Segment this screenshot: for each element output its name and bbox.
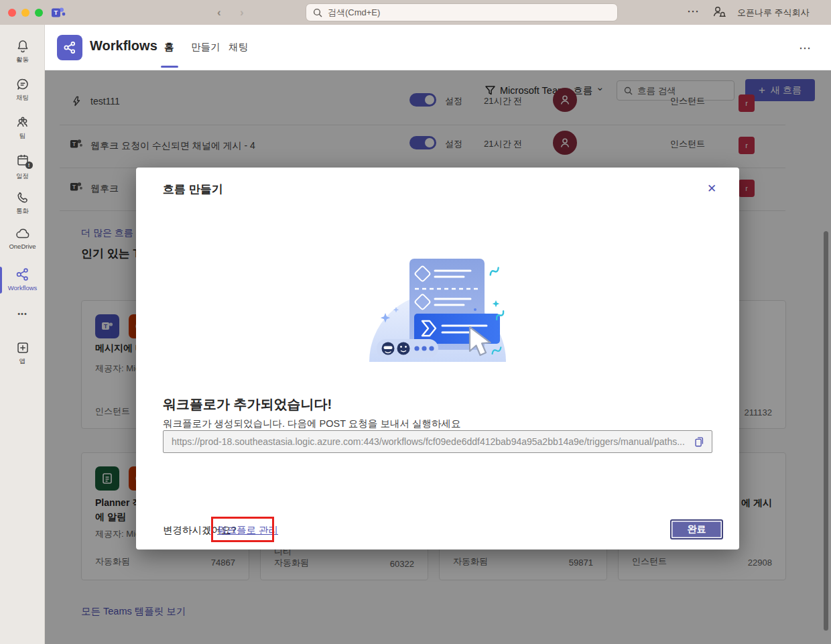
sidebar-label: 일정	[0, 172, 45, 181]
notification-settings-icon[interactable]	[712, 5, 726, 19]
workflow-url-input[interactable]	[172, 436, 692, 447]
tab-home[interactable]: 홈	[164, 41, 174, 54]
cloud-icon	[0, 227, 45, 241]
workflow-added-subtext: 워크플로가 생성되었습니다. 다음에 POST 요청을 보내서 실행하세요	[163, 417, 460, 430]
sidebar-item-calls[interactable]: 통화	[0, 190, 45, 216]
svg-text:T: T	[54, 9, 58, 16]
close-icon[interactable]: ✕	[703, 180, 720, 197]
tab-create[interactable]: 만들기	[191, 41, 220, 54]
sidebar-item-calendar[interactable]: ! 일정	[0, 152, 45, 181]
sidebar-label: 통화	[0, 207, 45, 216]
active-tab-indicator	[161, 66, 178, 68]
sidebar-more-icon[interactable]: •••	[0, 310, 45, 318]
calendar-alert-badge: !	[25, 162, 33, 169]
titlebar-more-icon[interactable]: ⋯	[687, 4, 700, 19]
workflows-app-icon	[57, 35, 82, 60]
sidebar-label: Workflows	[0, 284, 45, 292]
window-minimize-button[interactable]	[21, 9, 29, 17]
nav-back-icon[interactable]: ‹	[217, 6, 221, 19]
org-name[interactable]: 오픈나루 주식회사	[737, 7, 810, 19]
sidebar-item-apps[interactable]: 앱	[0, 340, 45, 366]
sidebar-item-teams[interactable]: 팀	[0, 115, 45, 141]
header-more-icon[interactable]: ⋯	[799, 41, 812, 56]
global-search-input[interactable]	[328, 7, 611, 17]
manage-workflows-link[interactable]: 워크플로 관리	[217, 524, 278, 537]
page-title: Workflows	[90, 38, 157, 54]
copy-icon	[693, 436, 705, 448]
done-button[interactable]: 완료	[670, 519, 723, 539]
sidebar-label: 활동	[0, 56, 45, 64]
sidebar-label: 채팅	[0, 94, 45, 103]
copy-url-button[interactable]	[692, 434, 706, 449]
teams-app-window: T ‹ › ⋯ 오픈나루 주식회사 문 활동	[0, 0, 831, 644]
teams-logo-icon: T	[51, 5, 66, 20]
apps-plus-icon	[0, 340, 45, 356]
workflow-added-illustration	[367, 253, 508, 369]
global-search[interactable]	[306, 3, 618, 21]
tab-chat[interactable]: 채팅	[229, 41, 248, 54]
sidebar-item-workflows[interactable]: Workflows	[0, 266, 45, 292]
sidebar-label: 팀	[0, 132, 45, 141]
workflow-url-field	[163, 430, 712, 453]
window-titlebar: T ‹ › ⋯ 오픈나루 주식회사 문	[0, 0, 831, 25]
vertical-scrollbar[interactable]	[824, 231, 828, 631]
sidebar-item-onedrive[interactable]: OneDrive	[0, 227, 45, 250]
window-zoom-button[interactable]	[35, 9, 43, 17]
create-flow-dialog: 흐름 만들기 ✕	[136, 168, 739, 550]
workflow-added-heading: 워크플로가 추가되었습니다!	[163, 395, 332, 413]
sidebar-label: 앱	[0, 357, 45, 366]
workflows-icon	[0, 266, 45, 283]
nav-forward-icon[interactable]: ›	[240, 6, 244, 19]
dialog-title: 흐름 만들기	[163, 182, 223, 197]
bell-icon	[0, 38, 45, 54]
sidebar-item-chat[interactable]: 채팅	[0, 76, 45, 103]
window-close-button[interactable]	[8, 9, 16, 17]
people-icon	[0, 115, 45, 131]
sidebar-item-activity[interactable]: 활동	[0, 38, 45, 64]
calendar-icon: !	[15, 152, 31, 168]
chat-icon	[0, 76, 45, 92]
app-rail-sidebar: 활동 채팅 팀 ! 일정 통화 OneDrive Workflows •••	[0, 25, 45, 644]
workflows-app-header: Workflows 홈 만들기 채팅 ⋯	[45, 25, 831, 70]
phone-icon	[0, 190, 45, 206]
sidebar-label: OneDrive	[0, 243, 45, 250]
search-icon	[313, 8, 322, 17]
